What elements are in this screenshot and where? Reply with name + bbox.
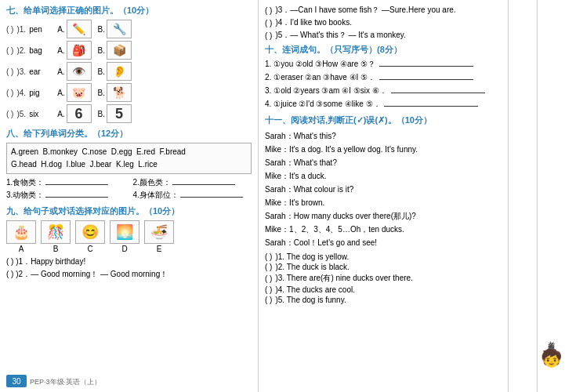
section9: 九、给句子或对话选择对应的图片。（10分） 🎂 A 🎊 B 😊 C 🌅 D: [6, 205, 252, 280]
pre-section10: ( ) )3．—Can I have some fish？ —Sure.Here…: [265, 5, 531, 41]
img-a5: 6: [67, 104, 92, 123]
classify-food: 1.食物类：: [6, 177, 125, 188]
pre-text5: )5．— What's this？ — It's a monkey.: [275, 30, 405, 41]
paren4: ( ): [6, 89, 13, 97]
pic-box-c: 😊: [75, 220, 105, 244]
character-icon: 🧒: [541, 348, 562, 368]
pre-item4: ( ) )4．I'd like two books.: [265, 17, 531, 28]
pic-d: 🌅 D: [110, 220, 139, 253]
classify-body-label: 4.身体部位：: [133, 191, 179, 199]
classify-color-blank: [172, 184, 235, 185]
s10-blank4: [384, 106, 478, 107]
s10-words3: ①old ②years ③am ④I ⑤six ⑥．: [273, 86, 387, 95]
classify-animal-label: 3.动物类：: [6, 191, 44, 199]
word1: pen: [29, 25, 53, 34]
classify-food-label: 1.食物类：: [6, 178, 44, 187]
classify-body-blank: [180, 197, 243, 198]
paren1: ( ): [6, 25, 13, 34]
section7-item1: ( ) )1. pen A. ✏️ B. 🔧: [6, 20, 252, 38]
pre-paren3: ( ): [265, 6, 272, 15]
img-b1: 🔧: [107, 20, 132, 38]
right-panel: ( ) )3．—Can I have some fish？ —Sure.Here…: [259, 0, 537, 392]
judge3-text: )3. There are(有) nine ducks over there.: [275, 273, 412, 284]
pre-paren5: ( ): [265, 31, 272, 40]
classify-row2: 3.动物类： 4.身体部位：: [6, 190, 252, 201]
classify-color: 2.颜色类：: [133, 177, 252, 188]
judge5: ( ) )5. The dog is funny.: [265, 296, 531, 304]
b-label4: B.: [98, 89, 105, 97]
section7-item5: ( ) )5. six A. 6 B. 5: [6, 104, 252, 123]
section11: 十一、阅读对话,判断正(✓)误(✗)。（10分） Sarah：What's th…: [265, 114, 531, 304]
sentence1: ( ) )1．Happy birthday!: [6, 256, 252, 267]
section7: 七、给单词选择正确的图片。（10分） ( ) )1. pen A. ✏️ B. …: [6, 5, 252, 123]
dialog-line6: Mike：It's brown.: [265, 196, 531, 209]
dialog-line8: Mike：1、2、3、4、5…Oh，ten ducks.: [265, 223, 531, 236]
section11-title: 十一、阅读对话,判断正(✓)误(✗)。（10分）: [265, 114, 531, 126]
a-label1: A.: [57, 25, 64, 34]
num4: )4.: [16, 89, 26, 97]
judge4-text: )4. The ducks are cool.: [275, 285, 355, 294]
s10-item4: 4. ①juice ②I'd ③some ④like ⑤．: [265, 99, 531, 110]
s10-words2: ①eraser ②an ③have ④I ⑤．: [273, 73, 375, 82]
dialog-line4: Mike：It's a duck.: [265, 169, 531, 183]
judge4-paren: ( ): [265, 285, 272, 294]
judge1: ( ) )1. The dog is yellow.: [265, 252, 531, 261]
section8: 八、给下列单词分类。（12分） A.green B.monkey C.nose …: [6, 128, 252, 201]
classify-animal: 3.动物类：: [6, 190, 125, 201]
pre-text4: )4．I'd like two books.: [275, 17, 352, 28]
word3: ear: [29, 67, 53, 76]
img-b2: 📦: [107, 41, 132, 60]
b-label2: B.: [98, 46, 105, 55]
s10-item1: 1. ①you ②old ③How ④are ⑤？: [265, 59, 531, 70]
picture-row: 🎂 A 🎊 B 😊 C 🌅 D 🍜 E: [6, 220, 252, 253]
section7-item2: ( ) )2. bag A. 🎒 B. 📦: [6, 41, 252, 60]
num5: )5.: [16, 110, 26, 118]
classify-body: 4.身体部位：: [133, 190, 252, 201]
dialog-line2: Mike：It's a dog. It's a yellow dog. It's…: [265, 143, 531, 156]
s10-words4: ①juice ②I'd ③some ④like ⑤．: [273, 100, 380, 108]
pic-label-b: B: [53, 245, 59, 253]
judge3: ( ) )3. There are(有) nine ducks over the…: [265, 273, 531, 284]
judge4: ( ) )4. The ducks are cool.: [265, 285, 531, 294]
section7-item4: ( ) )4. pig A. 🐷 B. 🐕: [6, 83, 252, 102]
classify-food-blank: [45, 184, 108, 185]
left-panel: 七、给单词选择正确的图片。（10分） ( ) )1. pen A. ✏️ B. …: [0, 0, 259, 392]
teacher-comment: 老师点评: [546, 336, 556, 342]
a-label3: A.: [57, 67, 64, 76]
judge5-paren: ( ): [265, 296, 272, 304]
num1: )1.: [16, 25, 26, 34]
dialog-line1: Sarah：What's this?: [265, 129, 531, 143]
judge1-paren: ( ): [265, 252, 272, 261]
pic-label-e: E: [157, 245, 162, 253]
pic-label-d: D: [121, 245, 127, 253]
pic-box-d: 🌅: [110, 220, 139, 244]
img-a2: 🎒: [67, 41, 92, 60]
s10-blank2: [379, 79, 473, 80]
page-number: 30: [6, 375, 27, 387]
b-label3: B.: [98, 67, 105, 76]
b-label5: B.: [98, 110, 105, 118]
paren3: ( ): [6, 67, 13, 76]
s10-num1: 1.: [265, 60, 271, 68]
pic-e: 🍜 E: [144, 220, 174, 253]
dialog-line3: Sarah：What's that?: [265, 156, 531, 169]
pre-paren4: ( ): [265, 19, 272, 27]
s10-item2: 2. ①eraser ②an ③have ④I ⑤．: [265, 72, 531, 83]
sentence2: ( ) )2．— Good morning！ — Good morning！: [6, 269, 252, 280]
s10-blank3: [391, 93, 485, 93]
dialog-line9: Sarah：Cool！Let's go and see!: [265, 236, 531, 249]
pre-text3: )3．—Can I have some fish？ —Sure.Here you…: [275, 5, 455, 16]
judge5-text: )5. The dog is funny.: [275, 296, 346, 304]
pic-label-a: A: [19, 245, 24, 253]
side-bar: 老师点评 🧒: [537, 0, 565, 392]
section9-title: 九、给句子或对话选择对应的图片。（10分）: [6, 205, 252, 217]
img-a3: 👁️: [67, 62, 92, 81]
a-label4: A.: [57, 89, 64, 97]
img-a4: 🐷: [67, 83, 92, 102]
pre-item3: ( ) )3．—Can I have some fish？ —Sure.Here…: [265, 5, 531, 16]
pre-item5: ( ) )5．— What's this？ — It's a monkey.: [265, 30, 531, 41]
s10-blank1: [379, 66, 473, 67]
judge1-text: )1. The dog is yellow.: [275, 252, 349, 261]
s10-num4: 4.: [265, 100, 271, 108]
img-b4: 🐕: [107, 83, 132, 102]
